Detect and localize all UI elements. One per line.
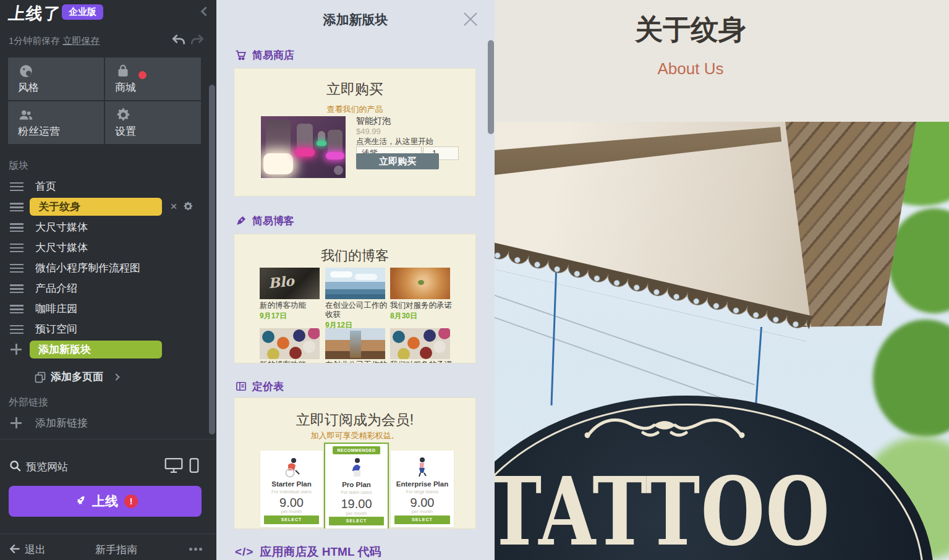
plan-audience: For individual users: [260, 489, 323, 494]
page-subtitle: About Us: [495, 59, 887, 78]
pricing-template-card[interactable]: 立即订阅成为会员! 加入即可享受精彩权益。 Starter Plan For i…: [234, 397, 476, 529]
add-section-row[interactable]: 添加新版块: [0, 339, 216, 360]
cart-icon: [235, 49, 247, 61]
blog-card-title: 我们的博客: [234, 247, 475, 265]
page-title: 关于纹身: [495, 11, 887, 48]
undo-icon[interactable]: [171, 32, 187, 48]
add-link-row[interactable]: 添加新链接: [0, 413, 216, 433]
pen-icon: [235, 214, 247, 227]
drag-handle-icon[interactable]: [10, 325, 23, 334]
add-multipage-row[interactable]: 添加多页面: [0, 368, 216, 386]
page-label: 预订空间: [35, 319, 77, 339]
blog-template-card[interactable]: 我们的博客 Blo 新的博客功能 9月17日 在创业公司工作的收获 9月12日 …: [234, 234, 476, 363]
plan-illustration: [391, 457, 454, 480]
drag-handle-icon[interactable]: [10, 244, 23, 252]
drag-handle-icon[interactable]: [10, 182, 23, 191]
pricing-card-subtitle: 加入即可享受精彩权益。: [234, 430, 475, 441]
pages-icon: [34, 371, 46, 383]
preview-site-button[interactable]: 预览网站: [26, 460, 68, 474]
page-label: 大尺寸媒体: [35, 237, 88, 258]
drag-handle-icon[interactable]: [10, 305, 23, 313]
drag-handle-icon[interactable]: [10, 223, 23, 232]
guide-button[interactable]: 新手指南: [73, 543, 160, 557]
select-plan-button[interactable]: SELECT: [264, 515, 319, 524]
plan-illustration: [325, 457, 388, 481]
blog-post-date: 9月17日: [260, 311, 287, 321]
price-list-icon: [235, 380, 247, 392]
page-item[interactable]: 咖啡庄园: [0, 299, 216, 319]
drag-handle-icon[interactable]: [10, 264, 23, 273]
panel-scrollbar[interactable]: [488, 40, 494, 134]
exit-button[interactable]: 退出: [25, 543, 46, 557]
plan-name: Enterprise Plan: [391, 480, 454, 488]
select-plan-button[interactable]: SELECT: [394, 515, 450, 524]
plan-pro: RECOMMENDED Pro Plan For team users 19.0…: [324, 443, 389, 529]
plan-price: 19.00: [325, 497, 388, 511]
code-section-header[interactable]: </> 应用商店及 HTML 代码: [235, 544, 381, 560]
plan-enterprise: Enterprise Plan For large teams 9.00 per…: [391, 451, 454, 527]
code-icon: </>: [235, 545, 253, 559]
page-item[interactable]: 大尺寸媒体: [0, 217, 216, 237]
page-settings-gear-icon[interactable]: [182, 201, 194, 212]
more-icon[interactable]: [189, 548, 192, 551]
desktop-preview-icon[interactable]: [164, 457, 183, 473]
select-plan-button[interactable]: SELECT: [329, 517, 384, 525]
publish-button[interactable]: 上线 !: [9, 486, 202, 517]
blog-post-title: 我们对服务的承诺: [390, 301, 458, 310]
plan-badge: 企业版: [62, 4, 103, 20]
plan-period: per month: [325, 511, 388, 516]
page-item[interactable]: 大尺寸媒体: [0, 237, 216, 258]
buy-now-button[interactable]: 立即购买: [356, 153, 439, 169]
divider: [0, 439, 216, 439]
mall-button[interactable]: 商城: [105, 57, 201, 100]
product-desc: 点亮生活，从这里开始: [356, 137, 433, 147]
drag-handle-icon[interactable]: [10, 284, 23, 293]
blog-thumbnail: [390, 328, 450, 359]
code-section-label: 应用商店及 HTML 代码: [260, 544, 381, 560]
site-preview-canvas[interactable]: 关于纹身 About Us: [495, 0, 949, 560]
page-label: 大尺寸媒体: [35, 217, 88, 237]
plan-price: 9.00: [260, 496, 323, 510]
search-icon: [9, 459, 22, 473]
plan-name: Starter Plan: [260, 480, 323, 488]
redo-icon[interactable]: [189, 32, 205, 48]
save-now-link[interactable]: 立即保存: [63, 35, 100, 46]
users-icon: [18, 107, 34, 123]
add-multipage-label: 添加多页面: [51, 368, 103, 386]
pricing-section-label: 定价表: [252, 380, 284, 394]
shop-template-card[interactable]: 立即购买 查看我们的产品 智能灯泡 $49.99 点亮生活，从这里开始 浅紫 1…: [234, 68, 476, 197]
sidebar-scrollbar[interactable]: [209, 85, 215, 435]
add-section-button[interactable]: 添加新版块: [30, 341, 162, 358]
style-button[interactable]: 风格: [8, 57, 104, 100]
active-page-pill[interactable]: 关于纹身: [30, 198, 162, 216]
recommended-badge: RECOMMENDED: [333, 446, 381, 454]
page-item-about-tattoo[interactable]: 关于纹身 ×: [0, 197, 216, 217]
page-item-home[interactable]: 首页: [0, 176, 216, 197]
shop-section-label: 简易商店: [252, 48, 294, 62]
page-label: 首页: [35, 176, 56, 197]
delete-page-icon[interactable]: ×: [168, 198, 179, 214]
page-item[interactable]: 产品介绍: [0, 278, 216, 299]
blog-post-title: 新的博客功能: [260, 360, 321, 363]
tool-label: 风格: [18, 80, 39, 95]
blog-section-header: 简易博客: [235, 214, 294, 227]
plan-starter: Starter Plan For individual users 9.00 p…: [260, 451, 323, 527]
shop-section-header: 简易商店: [235, 48, 294, 62]
back-arrow-icon[interactable]: [9, 543, 21, 555]
collapse-sidebar-icon[interactable]: [201, 7, 211, 17]
fans-button[interactable]: 粉丝运营: [8, 101, 104, 144]
sign-flourish: [581, 412, 748, 443]
mobile-preview-icon[interactable]: [189, 457, 199, 473]
page-item[interactable]: 微信小程序制作流程图: [0, 258, 216, 278]
save-status-row: 1分钟前保存 立即保存: [9, 35, 100, 47]
page-item[interactable]: 预订空间: [0, 319, 216, 339]
drag-handle-icon[interactable]: [10, 203, 23, 211]
blog-section-label: 简易博客: [252, 214, 294, 228]
settings-button[interactable]: 设置: [105, 101, 201, 144]
blog-post-title: 我们对服务的承诺: [390, 360, 458, 363]
power-line: [495, 316, 743, 405]
blog-thumbnail: Blo: [260, 268, 320, 299]
plan-name: Pro Plan: [325, 481, 388, 488]
tool-label: 设置: [115, 124, 136, 138]
close-icon[interactable]: [461, 10, 480, 28]
